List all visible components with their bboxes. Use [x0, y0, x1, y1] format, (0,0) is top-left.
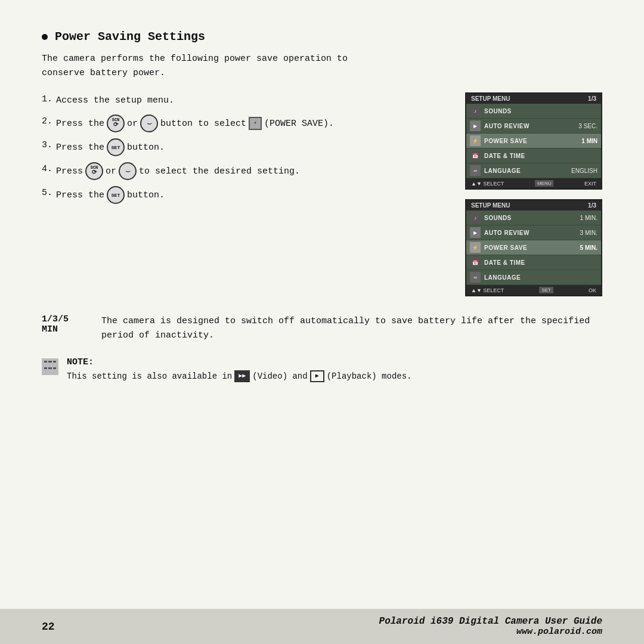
lcd2-header-left: SETUP MENU — [471, 202, 510, 209]
lcd2-header-right: 1/3 — [588, 202, 596, 209]
step-1-num: 1. — [42, 92, 56, 107]
lcd1-footer: ▲▼ SELECT MENU EXIT — [466, 178, 601, 188]
lcd1-row-datetime: 📅 DATE & TIME — [466, 148, 601, 163]
lcd-panel-1: SETUP MENU 1/3 ♪ SOUNDS ▶ AUTO REVIEW 3 … — [465, 92, 602, 190]
step-2-num: 2. — [42, 114, 56, 129]
step-2: 2. Press the SCN⟳ or ⌣ button to select … — [42, 114, 447, 132]
lcd1-language-value: ENGLISH — [571, 168, 597, 174]
lcd2-powersave-icon: ⚡ — [470, 242, 481, 253]
video-icon: ▶▶ — [234, 370, 250, 382]
lcd2-row-sounds: ♪ SOUNDS 1 MIN. — [466, 210, 601, 225]
lcd1-datetime-label: DATE & TIME — [484, 153, 594, 159]
lcd2-datetime-label: DATE & TIME — [484, 259, 594, 266]
lcd2-row-datetime: 📅 DATE & TIME — [466, 255, 601, 270]
step-2-content: Press the SCN⟳ or ⌣ button to select ⚡ (… — [56, 114, 334, 132]
lcd-header-1: SETUP MENU 1/3 — [466, 94, 601, 104]
bullet-icon — [42, 34, 48, 40]
lcd1-row-autoreview: ▶ AUTO REVIEW 3 SEC. — [466, 119, 601, 134]
steps-column: 1. Access the setup menu. 2. Press the S… — [42, 92, 447, 210]
lcd2-footer-select: ▲▼ SELECT — [471, 287, 504, 293]
lcd2-datetime-icon: 📅 — [470, 257, 481, 268]
lcd1-autoreview-icon: ▶ — [470, 120, 481, 131]
lcd1-header-left: SETUP MENU — [471, 95, 510, 102]
lcd-panel-2: SETUP MENU 1/3 ♪ SOUNDS 1 MIN. ▶ AUTO RE… — [465, 199, 602, 296]
play-icon: ▶ — [310, 370, 324, 382]
footer-title: Polaroid i639 Digital Camera User Guide … — [379, 616, 602, 637]
step-5-num: 5. — [42, 186, 56, 200]
lcd2-autoreview-label: AUTO REVIEW — [484, 230, 577, 236]
note-section: NOTE: This setting is also available in … — [42, 357, 602, 383]
note-content: NOTE: This setting is also available in … — [67, 357, 412, 383]
lcd1-header-right: 1/3 — [588, 95, 596, 102]
step-3-content: Press the SET button. — [56, 138, 165, 156]
note-icon-line6 — [53, 367, 56, 369]
footer: 22 Polaroid i639 Digital Camera User Gui… — [0, 609, 644, 644]
step-4-to: to select the desired setting. — [139, 163, 300, 179]
lcd1-row-language: ∞ LANGUAGE ENGLISH — [466, 163, 601, 178]
lcd1-footer-select: ▲▼ SELECT — [471, 181, 504, 187]
lcd1-powersave-label: POWER SAVE — [484, 138, 578, 144]
menus-column: SETUP MENU 1/3 ♪ SOUNDS ▶ AUTO REVIEW 3 … — [465, 92, 602, 296]
scn-button-2: SCN⟳ — [85, 162, 103, 180]
min-text: The camera is designed to switch off aut… — [101, 314, 602, 343]
page: Power Saving Settings The camera perform… — [0, 0, 644, 644]
lcd2-language-icon: ∞ — [470, 272, 481, 283]
down-button-1: ⌣ — [140, 114, 158, 132]
lcd2-powersave-value: 5 MIN. — [580, 244, 597, 251]
lcd1-sounds-label: SOUNDS — [484, 108, 594, 114]
lcd2-language-label: LANGUAGE — [484, 274, 594, 281]
step-4: 4. Press SCN⟳ or ⌣ to select the desired… — [42, 162, 447, 180]
step-5-press: Press the — [56, 187, 104, 203]
lcd2-autoreview-icon: ▶ — [470, 227, 481, 238]
step-5-content: Press the SET button. — [56, 186, 165, 204]
power-save-icon: ⚡ — [249, 117, 262, 130]
lcd1-row-sounds: ♪ SOUNDS — [466, 104, 601, 119]
content-area: 1. Access the setup menu. 2. Press the S… — [42, 92, 602, 296]
step-2-press: Press the — [56, 116, 104, 132]
lcd2-powersave-label: POWER SAVE — [484, 244, 577, 251]
step-2-powersave: (POWER SAVE). — [264, 116, 334, 132]
note-video-word: (Video) and — [252, 370, 307, 383]
lcd1-footer-exit: EXIT — [584, 181, 596, 187]
lcd1-sounds-icon: ♪ — [470, 106, 481, 116]
note-icon-line4 — [44, 367, 47, 369]
lcd2-footer: ▲▼ SELECT SET OK — [466, 285, 601, 295]
lcd-header-2: SETUP MENU 1/3 — [466, 200, 601, 210]
set-button-1: SET — [107, 138, 125, 156]
step-4-or: or — [106, 163, 116, 179]
lcd1-language-icon: ∞ — [470, 165, 481, 176]
step-3-button: button. — [127, 140, 165, 156]
min-section: 1/3/5 MIN The camera is designed to swit… — [42, 314, 602, 343]
section-title: Power Saving Settings — [42, 30, 602, 44]
step-5: 5. Press the SET button. — [42, 186, 447, 204]
note-title: NOTE: — [67, 357, 412, 367]
footer-url: www.polaroid.com — [379, 627, 602, 637]
intro-text: The camera performs the following power … — [42, 52, 394, 80]
step-2-or: or — [127, 116, 138, 132]
note-icon-line2 — [48, 361, 51, 363]
note-icon-line3 — [53, 361, 56, 363]
lcd1-footer-menu: MENU — [535, 180, 554, 187]
lcd1-autoreview-label: AUTO REVIEW — [484, 123, 575, 129]
lcd2-autoreview-value: 3 MIN. — [580, 230, 597, 236]
page-number: 22 — [42, 621, 55, 633]
scn-button-1: SCN⟳ — [107, 114, 125, 132]
step-3: 3. Press the SET button. — [42, 138, 447, 156]
step-1-text: Access the setup menu. — [56, 92, 174, 109]
note-icon-line1 — [44, 361, 47, 363]
lcd2-sounds-label: SOUNDS — [484, 215, 577, 221]
lcd1-row-powersave: ⚡ POWER SAVE 1 MIN — [466, 134, 601, 148]
note-icon — [42, 358, 58, 375]
step-3-press: Press the — [56, 140, 104, 156]
lcd1-autoreview-value: 3 SEC. — [578, 123, 597, 129]
footer-title-line1: Polaroid i639 Digital Camera User Guide — [379, 616, 602, 627]
step-3-num: 3. — [42, 138, 56, 153]
note-play-word: (Playback) modes. — [327, 370, 412, 383]
lcd2-row-autoreview: ▶ AUTO REVIEW 3 MIN. — [466, 225, 601, 240]
step-2-button: button to select — [160, 116, 246, 132]
down-button-2: ⌣ — [119, 162, 137, 180]
step-4-content: Press SCN⟳ or ⌣ to select the desired se… — [56, 162, 300, 180]
lcd2-row-language: ∞ LANGUAGE — [466, 270, 601, 285]
lcd1-powersave-icon: ⚡ — [470, 135, 481, 146]
lcd2-sounds-value: 1 MIN. — [580, 215, 597, 221]
